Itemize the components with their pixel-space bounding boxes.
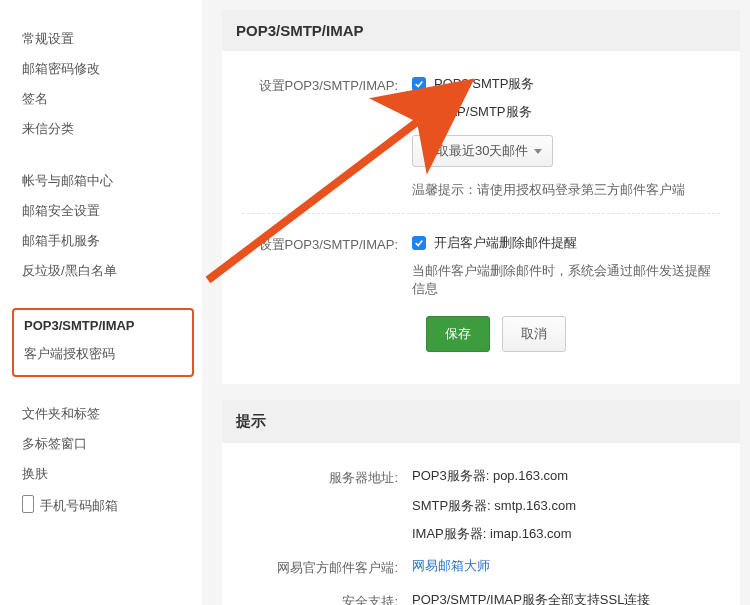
sidebar-item-mobile-service-label: 邮箱手机服务 [22,232,100,250]
sidebar-item-mail-classify[interactable]: 来信分类 [22,114,202,144]
sidebar-item-account-center-label: 帐号与邮箱中心 [22,172,113,190]
sidebar-item-password-label: 邮箱密码修改 [22,60,100,78]
official-client-link[interactable]: 网易邮箱大师 [412,558,490,573]
checkbox-imap[interactable] [412,105,426,119]
settings-row2-label: 设置POP3/SMTP/IMAP: [242,234,412,254]
sidebar-item-folders[interactable]: 文件夹和标签 [22,399,202,429]
chevron-down-icon [534,149,542,154]
settings-row1-label: 设置POP3/SMTP/IMAP: [242,75,412,95]
fetch-range-value: 收取最近30天邮件 [423,142,528,160]
sidebar-item-signature[interactable]: 签名 [22,84,202,114]
sidebar-item-account-center[interactable]: 帐号与邮箱中心 [22,166,202,196]
sidebar-item-spam-label: 反垃圾/黑白名单 [22,262,117,280]
sidebar-item-folders-label: 文件夹和标签 [22,405,100,423]
official-client-label: 网易官方邮件客户端: [242,557,412,577]
sidebar-item-pop3-label: POP3/SMTP/IMAP [24,318,135,333]
save-button[interactable]: 保存 [426,316,490,352]
ssl-label: 安全支持: [242,591,412,605]
checkbox-pop3[interactable] [412,77,426,91]
sidebar-item-password[interactable]: 邮箱密码修改 [22,54,202,84]
sidebar-item-client-auth-label: 客户端授权密码 [24,345,115,363]
sidebar-item-phone-mailbox-label: 手机号码邮箱 [40,497,118,515]
sidebar-item-skin-label: 换肤 [22,465,48,483]
server-pop: POP3服务器: pop.163.com [412,467,720,485]
sidebar-item-security[interactable]: 邮箱安全设置 [22,196,202,226]
sidebar-item-multitab-label: 多标签窗口 [22,435,87,453]
sidebar-item-security-label: 邮箱安全设置 [22,202,100,220]
sidebar-item-spam[interactable]: 反垃圾/黑白名单 [22,256,202,286]
server-imap: IMAP服务器: imap.163.com [412,525,720,543]
settings-panel: POP3/SMTP/IMAP 设置POP3/SMTP/IMAP: POP3/SM… [222,10,740,384]
server-smtp: SMTP服务器: smtp.163.com [412,497,720,515]
fetch-range-select[interactable]: 收取最近30天邮件 [412,135,553,167]
sidebar-item-general-label: 常规设置 [22,30,74,48]
cancel-button[interactable]: 取消 [502,316,566,352]
sidebar-item-mobile-service[interactable]: 邮箱手机服务 [22,226,202,256]
sidebar-item-phone-mailbox[interactable]: 手机号码邮箱 [22,489,202,522]
delete-alert-desc: 当邮件客户端删除邮件时，系统会通过邮件发送提醒信息 [412,262,720,298]
sidebar: 常规设置邮箱密码修改签名来信分类帐号与邮箱中心邮箱安全设置邮箱手机服务反垃圾/黑… [0,0,202,605]
phone-icon [22,495,34,516]
sidebar-item-multitab[interactable]: 多标签窗口 [22,429,202,459]
sidebar-item-pop3[interactable]: POP3/SMTP/IMAP [20,312,188,339]
sidebar-item-client-auth[interactable]: 客户端授权密码 [20,339,188,369]
sidebar-item-skin[interactable]: 换肤 [22,459,202,489]
auth-tip: 温馨提示：请使用授权码登录第三方邮件客户端 [412,181,720,199]
main-area: POP3/SMTP/IMAP 设置POP3/SMTP/IMAP: POP3/SM… [202,0,750,605]
sidebar-item-signature-label: 签名 [22,90,48,108]
hint-panel: 提示 服务器地址: POP3服务器: pop.163.com SMTP服务器: … [222,400,740,605]
checkbox-delete-alert[interactable] [412,236,426,250]
sidebar-item-mail-classify-label: 来信分类 [22,120,74,138]
ssl-value: POP3/SMTP/IMAP服务全部支持SSL连接 [412,591,720,605]
checkbox-imap-label: IMAP/SMTP服务 [434,103,532,121]
server-addr-label: 服务器地址: [242,467,412,487]
checkbox-delete-alert-label: 开启客户端删除邮件提醒 [434,234,577,252]
hint-panel-title: 提示 [222,400,740,443]
settings-panel-title: POP3/SMTP/IMAP [222,10,740,51]
checkbox-pop3-label: POP3/SMTP服务 [434,75,534,93]
sidebar-item-general[interactable]: 常规设置 [22,24,202,54]
